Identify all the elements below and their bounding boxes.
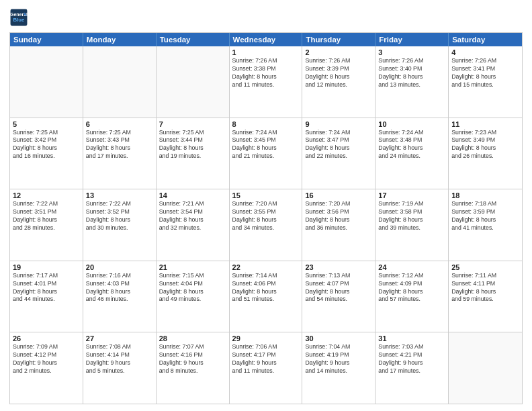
cell-info: Sunrise: 7:24 AM Sunset: 3:47 PM Dayligh… xyxy=(305,129,372,161)
header-day-sunday: Sunday xyxy=(10,33,83,46)
calendar-cell: 5Sunrise: 7:25 AM Sunset: 3:42 PM Daylig… xyxy=(10,118,83,189)
calendar-body: 1Sunrise: 7:26 AM Sunset: 3:38 PM Daylig… xyxy=(10,46,522,404)
calendar-cell: 25Sunrise: 7:11 AM Sunset: 4:11 PM Dayli… xyxy=(449,261,522,332)
day-number: 6 xyxy=(86,120,153,128)
calendar-cell: 20Sunrise: 7:16 AM Sunset: 4:03 PM Dayli… xyxy=(83,261,157,332)
cell-info: Sunrise: 7:18 AM Sunset: 3:59 PM Dayligh… xyxy=(451,200,519,232)
calendar-cell: 22Sunrise: 7:14 AM Sunset: 4:06 PM Dayli… xyxy=(230,261,303,332)
cell-info: Sunrise: 7:17 AM Sunset: 4:01 PM Dayligh… xyxy=(13,272,80,304)
cell-info: Sunrise: 7:25 AM Sunset: 3:44 PM Dayligh… xyxy=(159,129,226,161)
calendar-cell: 15Sunrise: 7:20 AM Sunset: 3:55 PM Dayli… xyxy=(230,189,303,261)
day-number: 1 xyxy=(232,48,300,56)
calendar-cell xyxy=(83,46,157,118)
day-number: 14 xyxy=(159,191,226,199)
calendar-cell: 23Sunrise: 7:13 AM Sunset: 4:07 PM Dayli… xyxy=(302,261,375,332)
calendar-cell: 24Sunrise: 7:12 AM Sunset: 4:09 PM Dayli… xyxy=(375,261,449,332)
calendar-cell xyxy=(449,332,522,404)
calendar-row-0: 1Sunrise: 7:26 AM Sunset: 3:38 PM Daylig… xyxy=(10,46,522,118)
cell-info: Sunrise: 7:25 AM Sunset: 3:42 PM Dayligh… xyxy=(13,129,80,161)
header-day-saturday: Saturday xyxy=(449,33,522,46)
calendar-cell: 3Sunrise: 7:26 AM Sunset: 3:40 PM Daylig… xyxy=(375,46,449,118)
calendar-header: SundayMondayTuesdayWednesdayThursdayFrid… xyxy=(10,33,522,46)
calendar-cell: 2Sunrise: 7:26 AM Sunset: 3:39 PM Daylig… xyxy=(302,46,375,118)
day-number: 3 xyxy=(378,48,445,56)
calendar-row-1: 5Sunrise: 7:25 AM Sunset: 3:42 PM Daylig… xyxy=(10,118,522,189)
day-number: 28 xyxy=(159,334,226,342)
day-number: 9 xyxy=(305,120,372,128)
header-day-thursday: Thursday xyxy=(302,33,375,46)
calendar-cell: 6Sunrise: 7:25 AM Sunset: 3:43 PM Daylig… xyxy=(83,118,157,189)
calendar-cell xyxy=(157,46,230,118)
calendar-cell: 30Sunrise: 7:04 AM Sunset: 4:19 PM Dayli… xyxy=(302,332,375,404)
day-number: 12 xyxy=(13,191,80,199)
cell-info: Sunrise: 7:24 AM Sunset: 3:48 PM Dayligh… xyxy=(378,129,445,161)
cell-info: Sunrise: 7:22 AM Sunset: 3:52 PM Dayligh… xyxy=(86,200,153,232)
day-number: 27 xyxy=(86,334,153,342)
calendar-cell: 18Sunrise: 7:18 AM Sunset: 3:59 PM Dayli… xyxy=(449,189,522,261)
day-number: 4 xyxy=(451,48,519,56)
calendar-cell: 9Sunrise: 7:24 AM Sunset: 3:47 PM Daylig… xyxy=(302,118,375,189)
calendar-cell: 17Sunrise: 7:19 AM Sunset: 3:58 PM Dayli… xyxy=(375,189,449,261)
header-day-friday: Friday xyxy=(375,33,449,46)
calendar-cell: 16Sunrise: 7:20 AM Sunset: 3:56 PM Dayli… xyxy=(302,189,375,261)
header-day-tuesday: Tuesday xyxy=(157,33,230,46)
day-number: 11 xyxy=(451,120,519,128)
day-number: 15 xyxy=(232,191,300,199)
day-number: 13 xyxy=(86,191,153,199)
cell-info: Sunrise: 7:06 AM Sunset: 4:17 PM Dayligh… xyxy=(232,343,300,375)
day-number: 17 xyxy=(378,191,445,199)
day-number: 8 xyxy=(232,120,300,128)
calendar-cell: 12Sunrise: 7:22 AM Sunset: 3:51 PM Dayli… xyxy=(10,189,83,261)
header-day-monday: Monday xyxy=(83,33,157,46)
cell-info: Sunrise: 7:24 AM Sunset: 3:45 PM Dayligh… xyxy=(232,129,300,161)
day-number: 7 xyxy=(159,120,226,128)
cell-info: Sunrise: 7:14 AM Sunset: 4:06 PM Dayligh… xyxy=(232,272,300,304)
cell-info: Sunrise: 7:08 AM Sunset: 4:14 PM Dayligh… xyxy=(86,343,153,375)
day-number: 25 xyxy=(451,263,519,271)
calendar-cell: 28Sunrise: 7:07 AM Sunset: 4:16 PM Dayli… xyxy=(157,332,230,404)
cell-info: Sunrise: 7:25 AM Sunset: 3:43 PM Dayligh… xyxy=(86,129,153,161)
cell-info: Sunrise: 7:03 AM Sunset: 4:21 PM Dayligh… xyxy=(378,343,445,375)
cell-info: Sunrise: 7:13 AM Sunset: 4:07 PM Dayligh… xyxy=(305,272,372,304)
day-number: 21 xyxy=(159,263,226,271)
day-number: 19 xyxy=(13,263,80,271)
calendar-cell: 14Sunrise: 7:21 AM Sunset: 3:54 PM Dayli… xyxy=(157,189,230,261)
calendar-cell: 4Sunrise: 7:26 AM Sunset: 3:41 PM Daylig… xyxy=(449,46,522,118)
calendar-cell: 21Sunrise: 7:15 AM Sunset: 4:04 PM Dayli… xyxy=(157,261,230,332)
calendar-cell: 27Sunrise: 7:08 AM Sunset: 4:14 PM Dayli… xyxy=(83,332,157,404)
cell-info: Sunrise: 7:26 AM Sunset: 3:41 PM Dayligh… xyxy=(451,57,519,89)
calendar-row-2: 12Sunrise: 7:22 AM Sunset: 3:51 PM Dayli… xyxy=(10,189,522,261)
cell-info: Sunrise: 7:23 AM Sunset: 3:49 PM Dayligh… xyxy=(451,129,519,161)
logo: General Blue xyxy=(9,8,28,27)
day-number: 22 xyxy=(232,263,300,271)
calendar-cell: 31Sunrise: 7:03 AM Sunset: 4:21 PM Dayli… xyxy=(375,332,449,404)
calendar: SundayMondayTuesdayWednesdayThursdayFrid… xyxy=(9,32,523,404)
day-number: 5 xyxy=(13,120,80,128)
calendar-cell: 1Sunrise: 7:26 AM Sunset: 3:38 PM Daylig… xyxy=(230,46,303,118)
calendar-cell: 29Sunrise: 7:06 AM Sunset: 4:17 PM Dayli… xyxy=(230,332,303,404)
cell-info: Sunrise: 7:07 AM Sunset: 4:16 PM Dayligh… xyxy=(159,343,226,375)
calendar-cell: 7Sunrise: 7:25 AM Sunset: 3:44 PM Daylig… xyxy=(157,118,230,189)
cell-info: Sunrise: 7:12 AM Sunset: 4:09 PM Dayligh… xyxy=(378,272,445,304)
calendar-cell: 10Sunrise: 7:24 AM Sunset: 3:48 PM Dayli… xyxy=(375,118,449,189)
cell-info: Sunrise: 7:21 AM Sunset: 3:54 PM Dayligh… xyxy=(159,200,226,232)
cell-info: Sunrise: 7:16 AM Sunset: 4:03 PM Dayligh… xyxy=(86,272,153,304)
day-number: 10 xyxy=(378,120,445,128)
cell-info: Sunrise: 7:22 AM Sunset: 3:51 PM Dayligh… xyxy=(13,200,80,232)
calendar-cell: 11Sunrise: 7:23 AM Sunset: 3:49 PM Dayli… xyxy=(449,118,522,189)
cell-info: Sunrise: 7:04 AM Sunset: 4:19 PM Dayligh… xyxy=(305,343,372,375)
day-number: 24 xyxy=(378,263,445,271)
day-number: 30 xyxy=(305,334,372,342)
calendar-cell: 26Sunrise: 7:09 AM Sunset: 4:12 PM Dayli… xyxy=(10,332,83,404)
day-number: 26 xyxy=(13,334,80,342)
calendar-cell: 13Sunrise: 7:22 AM Sunset: 3:52 PM Dayli… xyxy=(83,189,157,261)
logo-icon: General Blue xyxy=(9,8,28,27)
cell-info: Sunrise: 7:26 AM Sunset: 3:38 PM Dayligh… xyxy=(232,57,300,89)
day-number: 31 xyxy=(378,334,445,342)
day-number: 29 xyxy=(232,334,300,342)
day-number: 16 xyxy=(305,191,372,199)
cell-info: Sunrise: 7:20 AM Sunset: 3:55 PM Dayligh… xyxy=(232,200,300,232)
cell-info: Sunrise: 7:11 AM Sunset: 4:11 PM Dayligh… xyxy=(451,272,519,304)
day-number: 18 xyxy=(451,191,519,199)
cell-info: Sunrise: 7:26 AM Sunset: 3:40 PM Dayligh… xyxy=(378,57,445,89)
